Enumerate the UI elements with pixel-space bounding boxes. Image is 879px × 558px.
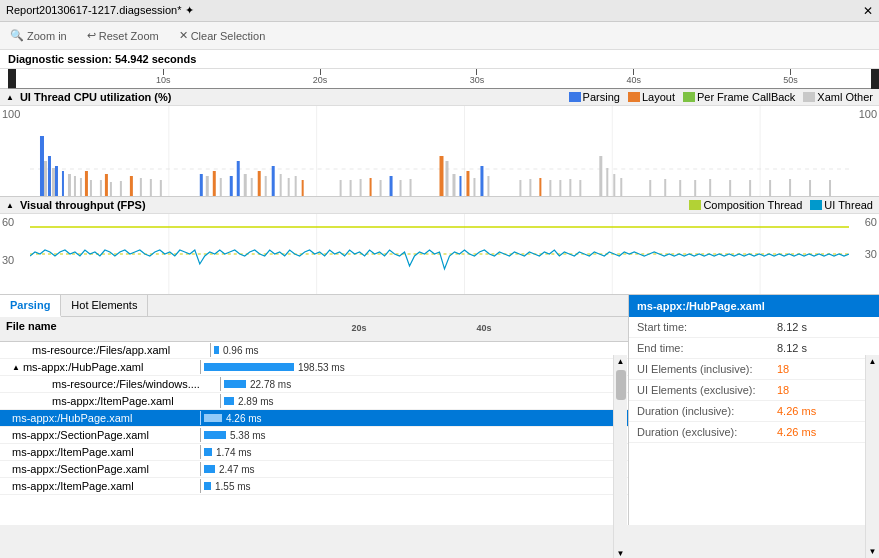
- scroll-down-arrow[interactable]: ▼: [617, 549, 625, 558]
- cpu-chart-title: UI Thread CPU utilization (%): [20, 91, 172, 103]
- bar-fill: [214, 346, 219, 354]
- row-bar-area: 0.96 ms: [210, 343, 622, 357]
- row-name: ms-appx:/ItemPage.xaml: [6, 480, 200, 492]
- right-scroll-up[interactable]: ▲: [869, 357, 877, 366]
- svg-rect-77: [829, 180, 831, 196]
- table-row[interactable]: ms-resource:/Files/app.xaml 0.96 ms: [0, 342, 628, 359]
- legend-parsing-label: Parsing: [583, 91, 620, 103]
- row-name: ms-resource:/Files/windows....: [26, 378, 220, 390]
- svg-rect-44: [380, 180, 382, 196]
- bar-label: 2.47 ms: [219, 464, 255, 475]
- bar-fill: [204, 465, 215, 473]
- cpu-chart-header: ▲ UI Thread CPU utilization (%) Parsing …: [0, 89, 879, 106]
- table-row[interactable]: ms-appx:/SectionPage.xaml 2.47 ms: [0, 461, 628, 478]
- bar-line: [200, 479, 201, 493]
- right-panel-scrollbar[interactable]: ▲ ▼: [865, 355, 879, 558]
- detail-panel-header: ms-appx:/HubPage.xaml: [629, 295, 879, 317]
- fps-y-labels: 60 30: [0, 214, 30, 294]
- bar-label: 22.78 ms: [250, 379, 291, 390]
- tick-50s: 50s: [783, 75, 798, 85]
- close-button[interactable]: ✕: [863, 4, 873, 18]
- svg-rect-54: [480, 166, 483, 196]
- fps-collapse-arrow[interactable]: ▲: [6, 201, 14, 210]
- svg-rect-65: [613, 174, 615, 196]
- tick-10s: 10s: [156, 75, 171, 85]
- cpu-collapse-arrow[interactable]: ▲: [6, 93, 14, 102]
- svg-rect-12: [68, 174, 71, 196]
- detail-label: UI Elements (inclusive):: [637, 363, 777, 375]
- svg-rect-35: [272, 166, 275, 196]
- reset-zoom-button[interactable]: ↩ Reset Zoom: [83, 27, 163, 44]
- fps-y-right-30: 30: [851, 248, 877, 260]
- scroll-thumb[interactable]: [616, 370, 626, 400]
- fps-chart-section: ▲ Visual throughput (FPS) Composition Th…: [0, 197, 879, 295]
- svg-rect-7: [48, 156, 51, 196]
- fps-chart-body: 60 30 60 30: [0, 214, 879, 294]
- detail-label: Start time:: [637, 321, 777, 333]
- svg-rect-10: [44, 161, 47, 196]
- bar-fill: [204, 431, 226, 439]
- svg-rect-19: [85, 171, 88, 196]
- mini-tick-20s: 20s: [352, 323, 367, 333]
- bar-line: [220, 394, 221, 408]
- reset-zoom-label: Reset Zoom: [99, 30, 159, 42]
- fps-y-30: 30: [2, 254, 28, 266]
- bar-line: [220, 377, 221, 391]
- table-row[interactable]: ▲ ms-appx:/HubPage.xaml 198.53 ms: [0, 359, 628, 376]
- legend-ui-color: [810, 200, 822, 210]
- bar-line: [200, 411, 201, 425]
- svg-rect-15: [90, 180, 92, 196]
- row-name: ms-appx:/HubPage.xaml: [6, 412, 200, 424]
- svg-rect-25: [200, 174, 203, 196]
- svg-rect-68: [664, 179, 666, 196]
- bar-label: 0.96 ms: [223, 345, 259, 356]
- fps-chart-header: ▲ Visual throughput (FPS) Composition Th…: [0, 197, 879, 214]
- table-body[interactable]: ms-resource:/Files/app.xaml 0.96 ms ▲ ms…: [0, 342, 628, 525]
- zoom-in-button[interactable]: 🔍 Zoom in: [6, 27, 71, 44]
- legend-per-frame-label: Per Frame CallBack: [697, 91, 795, 103]
- detail-value: 8.12 s: [777, 321, 807, 333]
- left-panel: Parsing Hot Elements File name 20s 40s m…: [0, 295, 629, 525]
- svg-rect-74: [769, 180, 771, 196]
- title-bar-text: Report20130617-1217.diagsession* ✦: [6, 4, 863, 17]
- table-row[interactable]: ms-resource:/Files/windows.... 22.78 ms: [0, 376, 628, 393]
- table-row[interactable]: ms-appx:/ItemPage.xaml 2.89 ms: [0, 393, 628, 410]
- row-name: ▲ ms-appx:/HubPage.xaml: [6, 361, 200, 373]
- svg-rect-43: [370, 178, 372, 196]
- table-row[interactable]: ms-appx:/ItemPage.xaml 1.55 ms: [0, 478, 628, 495]
- bar-label: 1.55 ms: [215, 481, 251, 492]
- legend-comp-color: [689, 200, 701, 210]
- scrollbar-v[interactable]: ▲ ▼: [613, 355, 627, 558]
- svg-rect-47: [410, 179, 412, 196]
- svg-rect-33: [258, 171, 261, 196]
- svg-rect-60: [559, 180, 561, 196]
- tab-hot-elements[interactable]: Hot Elements: [61, 295, 148, 316]
- diagnostic-session-bar: Diagnostic session: 54.942 seconds: [0, 50, 879, 69]
- right-scroll-down[interactable]: ▼: [869, 547, 877, 556]
- clear-selection-button[interactable]: ✕ Clear Selection: [175, 27, 270, 44]
- legend-xaml-other: Xaml Other: [803, 91, 873, 103]
- svg-rect-73: [749, 180, 751, 196]
- svg-rect-38: [295, 176, 297, 196]
- legend-comp-label: Composition Thread: [703, 199, 802, 211]
- row-bar-area: 4.26 ms: [200, 411, 622, 425]
- table-row[interactable]: ms-appx:/ItemPage.xaml 1.74 ms: [0, 444, 628, 461]
- table-row-selected[interactable]: ms-appx:/HubPage.xaml 4.26 ms: [0, 410, 628, 427]
- svg-rect-29: [230, 176, 233, 196]
- detail-row-start-time: Start time: 8.12 s: [629, 317, 879, 338]
- clear-selection-icon: ✕: [179, 29, 188, 42]
- table-row[interactable]: ms-appx:/SectionPage.xaml 5.38 ms: [0, 427, 628, 444]
- legend-per-frame-color: [683, 92, 695, 102]
- diag-session-label: Diagnostic session:: [8, 53, 112, 65]
- svg-rect-64: [606, 168, 608, 196]
- svg-rect-52: [466, 171, 469, 196]
- scroll-up-arrow[interactable]: ▲: [617, 357, 625, 366]
- detail-label: Duration (inclusive):: [637, 405, 777, 417]
- svg-rect-40: [340, 180, 342, 196]
- row-bar-area: 2.47 ms: [200, 462, 622, 476]
- svg-rect-34: [265, 176, 267, 196]
- svg-rect-49: [445, 161, 448, 196]
- tab-parsing[interactable]: Parsing: [0, 295, 61, 317]
- svg-rect-21: [130, 176, 133, 196]
- legend-comp-thread: Composition Thread: [689, 199, 802, 211]
